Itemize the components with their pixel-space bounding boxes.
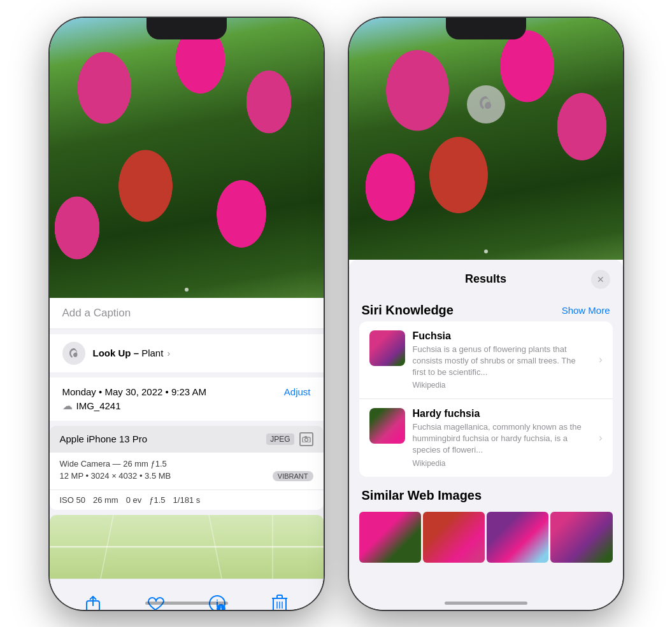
photo-display[interactable]	[50, 18, 324, 298]
camera-model: Apple iPhone 13 Pro	[60, 433, 148, 444]
siri-visual-lookup-button[interactable]	[467, 85, 505, 123]
focal-length: 26 mm	[93, 495, 118, 505]
lookup-chevron: ›	[168, 348, 171, 358]
svg-point-1	[304, 438, 308, 441]
exposure: 0 ev	[126, 495, 142, 505]
knowledge-card: Fuchsia Fuchsia is a genus of flowering …	[359, 321, 613, 477]
camera-body-icon	[299, 432, 313, 446]
map-area[interactable]	[50, 515, 324, 579]
web-image-3[interactable]	[487, 512, 548, 563]
flower-image	[50, 18, 324, 298]
filename: IMG_4241	[76, 400, 121, 411]
adjust-button[interactable]: Adjust	[284, 386, 311, 397]
camera-header: Apple iPhone 13 Pro JPEG	[50, 426, 324, 453]
web-image-4[interactable]	[550, 512, 612, 563]
hardy-fuchsia-name: Hardy fuchsia	[413, 408, 592, 419]
vibrant-badge: VIBRANT	[273, 471, 313, 481]
date-text: Monday • May 30, 2022 • 9:23 AM	[62, 386, 206, 397]
info-button[interactable]: i i	[203, 589, 231, 610]
hardy-fuchsia-chevron: ›	[599, 432, 602, 444]
caption-placeholder[interactable]: Add a Caption	[62, 307, 131, 319]
similar-web-images-section: Similar Web Images	[349, 482, 623, 575]
fuchsia-item[interactable]: Fuchsia Fuchsia is a genus of flowering …	[359, 321, 613, 400]
svg-rect-2	[304, 436, 307, 438]
cloud-icon: ☁	[62, 400, 73, 412]
show-more-button[interactable]: Show More	[562, 305, 610, 316]
results-panel: Results ✕ Siri Knowledge Show More	[349, 260, 623, 610]
notch-2	[446, 18, 526, 39]
flower-image-2	[349, 18, 623, 260]
results-title: Results	[381, 272, 591, 286]
camera-badges: JPEG	[266, 432, 313, 446]
shutter: 1/181 s	[173, 495, 201, 505]
lens-info: Wide Camera — 26 mm ƒ1.5	[60, 459, 313, 468]
page-indicator-2	[484, 250, 488, 253]
fuchsia-source: Wikipedia	[413, 381, 592, 390]
svg-rect-15	[277, 595, 282, 598]
camera-section: Apple iPhone 13 Pro JPEG	[50, 426, 324, 510]
lookup-icon-circle	[62, 342, 85, 365]
home-indicator-2	[445, 602, 527, 605]
similar-web-images-title: Similar Web Images	[362, 488, 482, 503]
date-details: Monday • May 30, 2022 • 9:23 AM Adjust ☁…	[50, 377, 324, 421]
hardy-fuchsia-content: Hardy fuchsia Fuchsia magellanica, commo…	[413, 408, 592, 468]
iso: ISO 50	[60, 495, 85, 505]
phone-2: Results ✕ Siri Knowledge Show More	[349, 18, 623, 610]
camera-details: Wide Camera — 26 mm ƒ1.5 VIBRANT 12 MP •…	[50, 453, 324, 490]
fuchsia-thumbnail	[369, 330, 405, 366]
hardy-fuchsia-source: Wikipedia	[413, 459, 592, 468]
web-images-grid	[349, 507, 623, 563]
leaf-siri-icon	[475, 94, 497, 115]
fuchsia-content: Fuchsia Fuchsia is a genus of flowering …	[413, 330, 592, 390]
delete-button[interactable]	[266, 589, 294, 610]
siri-knowledge-header: Siri Knowledge Show More	[349, 297, 623, 321]
lookup-label: Look Up – Plant ›	[93, 348, 171, 358]
toolbar: i i	[50, 579, 324, 610]
phone-2-screen: Results ✕ Siri Knowledge Show More	[349, 18, 623, 610]
fuchsia-name: Fuchsia	[413, 330, 592, 342]
results-header: Results ✕	[349, 260, 623, 297]
hardy-fuchsia-item[interactable]: Hardy fuchsia Fuchsia magellanica, commo…	[359, 399, 613, 477]
format-badge: JPEG	[266, 433, 294, 445]
notch	[147, 18, 227, 39]
caption-area[interactable]: Add a Caption	[50, 298, 324, 329]
photo-display-2	[349, 18, 623, 260]
phone-1-screen: Add a Caption Look Up – Plant ›	[50, 18, 324, 610]
home-indicator	[145, 602, 228, 605]
phone-1: Add a Caption Look Up – Plant ›	[50, 18, 324, 610]
hardy-fuchsia-thumbnail	[369, 408, 405, 444]
close-button[interactable]: ✕	[591, 270, 610, 289]
web-image-1[interactable]	[359, 512, 421, 563]
siri-knowledge-title: Siri Knowledge	[362, 303, 454, 318]
favorite-button[interactable]	[141, 589, 169, 610]
fuchsia-chevron: ›	[599, 354, 602, 365]
hardy-fuchsia-description: Fuchsia magellanica, commonly known as t…	[413, 421, 592, 456]
page-indicator	[185, 288, 189, 292]
resolution-info: VIBRANT 12 MP • 3024 × 4032 • 3.5 MB	[60, 471, 313, 481]
leaf-icon	[68, 347, 80, 360]
share-button[interactable]	[79, 589, 107, 610]
exif-row: ISO 50 26 mm 0 ev ƒ1.5 1/181 s	[50, 490, 324, 510]
similar-web-images-header: Similar Web Images	[349, 482, 623, 507]
web-image-2[interactable]	[423, 512, 485, 563]
svg-text:i: i	[220, 606, 222, 610]
lookup-row[interactable]: Look Up – Plant ›	[50, 334, 324, 372]
fuchsia-description: Fuchsia is a genus of flowering plants t…	[413, 344, 592, 379]
aperture: ƒ1.5	[149, 495, 165, 505]
map-roads	[50, 515, 324, 579]
info-section: Add a Caption Look Up – Plant ›	[50, 298, 324, 610]
